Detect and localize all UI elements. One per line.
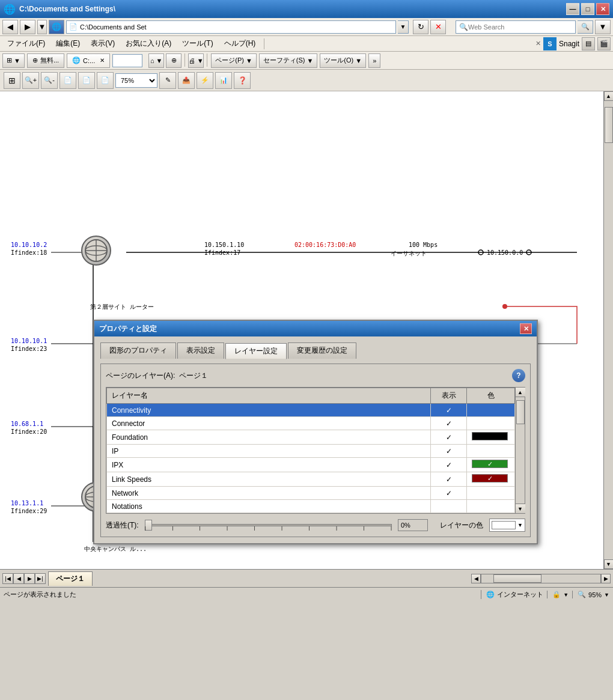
table-scrollbar[interactable]: ▲ ▼ [515,388,525,513]
menu-view[interactable]: 表示(V) [86,37,120,50]
help-icon: ? [516,371,520,380]
security-indicator[interactable]: 🔒 ▼ [547,591,569,598]
search-button[interactable]: 🔍 [578,20,593,34]
h-scroll-thumb[interactable] [493,574,541,583]
menu-file[interactable]: ファイル(F) [2,37,50,50]
main-scrollbar[interactable]: ▲ ▼ [603,91,613,569]
scroll-up-button[interactable]: ▲ [604,91,614,101]
page-nav-next-button[interactable]: ▶ [24,573,35,584]
color-swatch-green: ✓ [472,460,508,468]
table-row[interactable]: Foundation ✓ [107,430,515,445]
toolbar-export1-button[interactable]: 📤 [178,72,195,89]
search-input[interactable] [456,20,576,34]
menu-help[interactable]: ヘルプ(H) [219,37,261,50]
tab-display-settings[interactable]: 表示設定 [177,342,224,359]
label-ip4: 10.13.1.1 [11,500,43,507]
page-nav-last-button[interactable]: ▶| [35,573,46,584]
table-row[interactable]: Notations [107,500,515,513]
toolbar-copy1-button[interactable]: 📄 [59,72,76,89]
home-button[interactable]: ⌂ ▼ [148,53,164,68]
ie-icon: 🌐 [4,4,16,15]
addon-btn1[interactable]: ▤ [582,37,595,50]
table-row[interactable]: Connectivity ✓ [107,404,515,417]
dialog-title-text: プロパティと設定 [99,324,157,334]
page-tab-1[interactable]: ページ１ [48,571,93,586]
table-row[interactable]: Network ✓ [107,487,515,500]
visibility-cell[interactable]: ✓ [431,458,467,472]
address-bar[interactable]: 📄 C:\Documents and Set [66,20,396,34]
col-header-name: レイヤー名 [107,388,431,404]
tab-layer-settings[interactable]: レイヤー設定 [225,343,287,359]
tools-menu-button[interactable]: ツール(O) ▼ [320,53,366,68]
h-scroll-right-button[interactable]: ▶ [601,574,611,583]
toolbar-copy2-button[interactable]: 📄 [78,72,95,89]
close-tab-icon[interactable]: ✕ [100,57,105,64]
bookmark-tab-1[interactable]: ⊕ 無料... [27,53,64,68]
bookmark-tab-2[interactable]: 🌐 C:... ✕ [67,53,110,68]
refresh-button[interactable]: ↻ [413,20,428,34]
visibility-cell[interactable]: ✓ [431,487,467,500]
more-button[interactable]: » [368,53,380,68]
menu-bar: ファイル(F) 編集(E) 表示(V) お気に入り(A) ツール(T) ヘルプ(… [0,36,613,52]
back-button[interactable]: ◀ [2,20,18,34]
grid-button[interactable]: ⊞ ▼ [2,53,25,68]
maximize-button[interactable]: □ [581,3,594,15]
zoom-select[interactable]: 75% [115,73,157,88]
menu-favorites[interactable]: お気に入り(A) [121,37,176,50]
visibility-cell[interactable]: ✓ [431,417,467,430]
opacity-input[interactable] [398,519,428,531]
table-row[interactable]: Link Speeds ✓ ✓ [107,472,515,487]
visibility-cell[interactable]: ✓ [431,445,467,458]
minimize-button[interactable]: — [566,3,579,15]
opacity-label: 透過性(T): [106,520,139,531]
router-1[interactable] [81,236,111,266]
tab-change-history[interactable]: 変更履歴の設定 [288,342,356,359]
color-picker-button[interactable]: ▼ [489,519,525,532]
h-scroll-track[interactable] [481,574,601,583]
zoom-dropdown-icon[interactable]: ▼ [604,592,609,598]
print-button[interactable]: 🖨 ▼ [188,53,204,68]
address-dropdown-button[interactable]: ▼ [398,20,409,34]
close-addon-button[interactable]: ✕ [535,40,541,47]
scroll-up-button[interactable]: ▲ [516,388,525,397]
help-button[interactable]: ? [512,369,525,382]
page-nav-prev-button[interactable]: ◀ [13,573,24,584]
scroll-thumb[interactable] [605,107,613,143]
toolbar-zoomin-button[interactable]: 🔍+ [22,72,39,89]
dialog-close-button[interactable]: ✕ [520,323,532,334]
feed-button[interactable]: ⊕ [166,53,181,68]
visibility-cell[interactable]: ✓ [431,404,467,417]
dropdown-button[interactable]: ▼ [37,20,47,34]
safety-menu-button[interactable]: セーフティ(S) ▼ [259,53,318,68]
menu-edit[interactable]: 編集(E) [51,37,85,50]
toolbar-grid-button[interactable]: ⊞ [4,72,20,89]
color-cell [467,500,515,513]
table-row[interactable]: IPX ✓ ✓ [107,458,515,472]
menu-tools[interactable]: ツール(T) [177,37,218,50]
toolbar-apply-button[interactable]: ✎ [159,72,176,89]
toolbar-copy3-button[interactable]: 📄 [97,72,114,89]
visibility-cell[interactable]: ✓ [431,430,467,445]
close-button[interactable]: ✕ [596,3,609,15]
page-nav-first-button[interactable]: |◀ [2,573,13,584]
stop-button[interactable]: ✕ [430,20,446,34]
scroll-down-button[interactable]: ▼ [604,559,614,569]
diagram-canvas[interactable]: 10.10.10.2 Ifindex:18 10.150.1.10 02:00:… [0,91,613,569]
search-options-button[interactable]: ▼ [595,20,611,34]
toolbar-help-button[interactable]: ❓ [234,72,251,89]
toolbar-chart-button[interactable]: 📊 [215,72,232,89]
scroll-thumb[interactable] [516,400,525,424]
address-shortcut-input[interactable] [112,54,142,67]
h-scroll-left-button[interactable]: ◀ [471,574,481,583]
toolbar-zoomout-button[interactable]: 🔍- [41,72,58,89]
toolbar-export2-button[interactable]: ⚡ [197,72,213,89]
visibility-cell[interactable]: ✓ [431,472,467,487]
tab-shape-props[interactable]: 図形のプロパティ [100,342,176,359]
addon-btn2[interactable]: 🎬 [597,37,611,50]
page-menu-button[interactable]: ページ(P) ▼ [211,53,257,68]
forward-button[interactable]: ▶ [20,20,35,34]
opacity-slider-area[interactable]: ||| ||| ||| | [145,519,392,531]
table-row[interactable]: Connector ✓ [107,417,515,430]
scroll-down-button[interactable]: ▼ [516,504,525,513]
table-row[interactable]: IP ✓ [107,445,515,458]
